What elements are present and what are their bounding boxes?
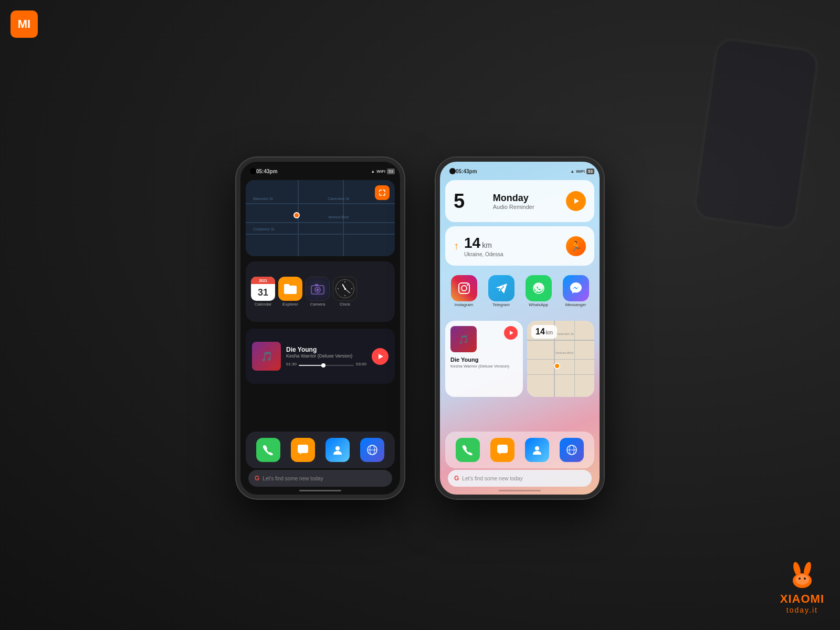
instagram-icon[interactable] (451, 275, 477, 301)
progress-bar[interactable] (299, 365, 354, 366)
messenger-svg-icon (569, 281, 583, 295)
dock-contacts-light[interactable] (525, 438, 549, 462)
dock-phone-dark[interactable] (256, 438, 280, 462)
browser-icon-light (566, 444, 578, 456)
messages-icon-light (497, 444, 508, 456)
app-wrapper-explorer[interactable]: Explorer (278, 277, 302, 307)
svg-point-5 (804, 578, 806, 580)
play-icon-light (510, 331, 513, 335)
svg-rect-19 (497, 445, 508, 453)
map-widget-light: Clarendon St Ventura Blvd 14 km (527, 321, 594, 397)
calendar-label: Calendar (255, 302, 271, 307)
contacts-app-icon-dark[interactable] (326, 438, 350, 462)
instagram-label: Instagram (455, 302, 474, 307)
date-number: 5 (454, 191, 488, 211)
explorer-icon[interactable] (278, 277, 302, 301)
messenger-icon[interactable] (563, 275, 589, 301)
phone-icon-light (462, 444, 474, 456)
google-g-light: G (454, 475, 459, 482)
dock-browser-light[interactable] (560, 438, 584, 462)
status-icons-dark: ▲ WiFi 53 (371, 169, 395, 174)
contacts-app-icon-light[interactable] (525, 438, 549, 462)
telegram-icon[interactable] (488, 275, 514, 301)
distance-numbers: 14 km (464, 235, 561, 251)
clock-face-dark (335, 279, 354, 298)
widgets-row-light: 🎵 Die Young Kesha Warrior (Deluxe Versio… (445, 321, 594, 397)
search-placeholder-dark: Let's find some new today (262, 476, 323, 481)
whatsapp-icon[interactable] (526, 275, 552, 301)
search-bar-dark[interactable]: G Let's find some new today (248, 470, 392, 487)
svg-point-3 (795, 574, 809, 585)
dock-contacts-dark[interactable] (326, 438, 350, 462)
svg-point-8 (317, 289, 319, 291)
music-progress-area: 01:30 03:00 (286, 362, 366, 366)
browser-icon (366, 444, 378, 456)
watermark: XIAOMI today.it (780, 559, 824, 614)
distance-location: Ukraine, Odessa (464, 251, 561, 257)
distance-unit: km (482, 241, 492, 249)
home-indicator-dark (299, 490, 341, 491)
music-widget-light: 🎵 Die Young Kesha Warrior (Deluxe Versio… (445, 321, 523, 397)
light-phone: 05:43pm ▲ WiFi 53 5 Monday Audio Reminde… (436, 158, 604, 499)
date-info: 5 (454, 191, 488, 211)
app-wrapper-telegram[interactable]: Telegram (488, 275, 514, 307)
camera-icon[interactable] (306, 277, 330, 301)
browser-app-icon-dark[interactable] (360, 438, 384, 462)
messages-app-icon-light[interactable] (490, 438, 514, 462)
play-triangle-icon (379, 354, 383, 359)
date-subtitle: Audio Reminder (493, 204, 561, 210)
phone-app-icon-dark[interactable] (256, 438, 280, 462)
watermark-sub: today.it (786, 606, 818, 614)
phone-app-icon-light[interactable] (456, 438, 480, 462)
progress-bar-fill (299, 365, 323, 366)
music-play-btn-light[interactable] (504, 326, 518, 340)
app-wrapper-instagram[interactable]: Instagram (451, 275, 477, 307)
svg-point-4 (799, 578, 801, 580)
music-time-current: 01:30 (286, 362, 297, 366)
app-wrapper-whatsapp[interactable]: WhatsApp (526, 275, 552, 307)
music-info-dark: Die Young Kesha Warrior (Deluxe Version)… (286, 346, 366, 366)
dock-phone-light[interactable] (456, 438, 480, 462)
date-play-button[interactable] (566, 191, 586, 211)
dock-messages-light[interactable] (490, 438, 514, 462)
google-g-dark: G (255, 475, 259, 482)
dock-messages-dark[interactable] (291, 438, 315, 462)
browser-app-icon-light[interactable] (560, 438, 584, 462)
map-road-h2 (246, 222, 395, 223)
search-bar-light[interactable]: G Let's find some new today (448, 470, 592, 487)
contacts-icon-light (531, 444, 543, 456)
music-artist-dark: Kesha Warrior (Deluxe Version) (286, 353, 366, 359)
app-wrapper-calendar[interactable]: 2021 31 Calendar (251, 277, 275, 307)
home-indicator-light (499, 490, 541, 491)
phones-container: 05:43pm ▲ WiFi 53 Balcones St Clarendon … (0, 26, 840, 630)
app-wrapper-messenger[interactable]: Messanger (563, 275, 589, 307)
whatsapp-label: WhatsApp (529, 302, 548, 307)
bunny-icon (786, 559, 818, 590)
calendar-icon[interactable]: 2021 31 (251, 277, 275, 301)
music-text-light: Die Young Kesha Warrior (Deluxe Version) (450, 356, 518, 369)
map-mini-label-2: Ventura Blvd (555, 351, 573, 354)
folder-icon (284, 283, 297, 295)
apps-row-light: Instagram Telegram (445, 272, 594, 317)
runner-icon: 🏃 (566, 236, 586, 256)
map-mini-road-v2 (574, 321, 575, 397)
map-distance-amount: 14 (536, 327, 545, 337)
app-wrapper-clock[interactable]: Clock (333, 277, 357, 307)
date-widget-light: 5 Monday Audio Reminder (445, 180, 594, 222)
camera-punch-hole-dark (250, 168, 256, 174)
app-wrapper-camera[interactable]: Camera (306, 277, 330, 307)
svg-rect-10 (298, 445, 308, 453)
dock-dark (246, 432, 395, 468)
map-label-1: Balcones St (253, 197, 272, 201)
dock-browser-dark[interactable] (360, 438, 384, 462)
map-road-v1 (298, 180, 299, 256)
messages-app-icon-dark[interactable] (291, 438, 315, 462)
svg-rect-9 (315, 284, 318, 286)
expand-icon-dark[interactable] (375, 185, 390, 200)
svg-point-11 (335, 446, 340, 450)
messenger-label: Messanger (565, 302, 586, 307)
clock-icon[interactable] (333, 277, 357, 301)
instagram-svg-icon (457, 281, 471, 295)
play-button-dark[interactable] (372, 348, 388, 365)
map-distance-unit: km (546, 330, 553, 335)
